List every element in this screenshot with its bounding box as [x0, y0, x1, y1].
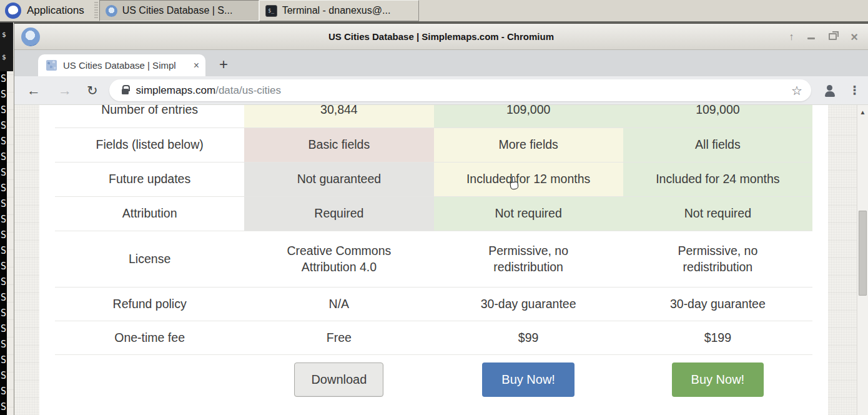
- page-scrollbar[interactable]: ▲: [857, 105, 868, 415]
- browser-window: US Cities Database | Simplemaps.com - Ch…: [14, 22, 868, 415]
- screen: Applications US Cities Database | S... $…: [0, 0, 868, 415]
- minimize-window-button[interactable]: [807, 38, 815, 39]
- row-cell-free: Basic fields: [244, 128, 433, 162]
- row-cell-free: 30,844: [244, 105, 433, 128]
- applications-menu-icon: [5, 2, 21, 19]
- button-cell-empty: [55, 355, 244, 414]
- row-label: Attribution: [55, 197, 244, 231]
- bookmark-star-icon[interactable]: ☆: [791, 83, 802, 98]
- scrollbar-thumb[interactable]: [859, 211, 867, 296]
- new-tab-button[interactable]: +: [219, 57, 228, 72]
- download-button[interactable]: Download: [294, 362, 383, 397]
- taskbar-task-browser[interactable]: US Cities Database | S...: [99, 0, 259, 21]
- chromium-icon: [106, 5, 117, 17]
- row-cell-basic: Not required: [434, 197, 623, 231]
- pricing-table: Number of entries 30,844 109,000 109,000…: [55, 105, 812, 414]
- table-row: Attribution Required Not required Not re…: [55, 197, 812, 231]
- row-cell-comprehensive: Included for 24 months: [623, 162, 812, 196]
- row-label: License: [55, 231, 244, 287]
- browser-tab-active[interactable]: US Cities Database | Simpl ×: [38, 54, 205, 76]
- row-label: Fields (listed below): [55, 128, 244, 162]
- row-label: Number of entries: [55, 105, 244, 128]
- window-title: US Cities Database | Simplemaps.com - Ch…: [14, 31, 868, 42]
- taskbar-task-terminal[interactable]: $_ Terminal - dnanexus@...: [259, 0, 419, 21]
- table-row: Future updates Not guaranteed Included f…: [55, 162, 812, 197]
- row-cell-comprehensive: 109,000: [623, 105, 812, 128]
- browser-toolbar: ← → ↻ simplemaps.com /data/us-cities ☆ ⋮: [14, 76, 868, 105]
- terminal-text-column: S S S S S S S S S S S S S S S S S S S S …: [0, 71, 7, 415]
- window-controls: ↑ ×: [789, 31, 858, 42]
- back-icon[interactable]: ←: [27, 82, 41, 99]
- shade-window-button[interactable]: ↑: [789, 31, 794, 42]
- table-row: License Creative Commons Attribution 4.0…: [55, 231, 812, 288]
- taskbar-handle: [94, 2, 98, 19]
- tab-favicon-icon: [46, 60, 57, 71]
- row-cell-free: Free: [244, 321, 433, 354]
- lock-icon[interactable]: [122, 89, 129, 94]
- applications-menu-label: Applications: [27, 4, 84, 17]
- row-cell-basic: Included for 12 months: [434, 162, 623, 196]
- row-cell-free: Required: [244, 197, 433, 231]
- row-cell-free: N/A: [244, 288, 433, 321]
- terminal-icon: $_: [265, 5, 277, 17]
- tab-close-icon[interactable]: ×: [194, 60, 199, 71]
- table-row: One-time fee Free $99 $199: [55, 321, 812, 355]
- row-cell-basic: Permissive, no redistribution: [434, 231, 623, 287]
- menu-dots-icon[interactable]: ⋮: [849, 83, 861, 98]
- scrollbar-up-arrow-icon[interactable]: ▲: [857, 109, 868, 116]
- profile-icon[interactable]: [824, 85, 836, 96]
- row-label: Future updates: [55, 162, 244, 196]
- url-domain: simplemaps.com: [136, 84, 216, 97]
- row-cell-basic: More fields: [434, 128, 623, 162]
- close-window-button[interactable]: ×: [851, 31, 858, 42]
- page-content: Number of entries 30,844 109,000 109,000…: [14, 105, 868, 415]
- table-row: Number of entries 30,844 109,000 109,000: [55, 105, 812, 128]
- row-cell-free: Creative Commons Attribution 4.0: [244, 231, 433, 287]
- row-label: One-time fee: [55, 321, 244, 354]
- row-cell-basic: 109,000: [434, 105, 623, 128]
- url-path: /data/us-cities: [215, 84, 281, 97]
- table-row: Fields (listed below) Basic fields More …: [55, 128, 812, 162]
- row-cell-comprehensive: 30-day guarantee: [623, 288, 812, 321]
- row-cell-basic: 30-day guarantee: [434, 288, 623, 321]
- desktop-taskbar: Applications US Cities Database | S... $…: [0, 0, 868, 22]
- window-titlebar[interactable]: US Cities Database | Simplemaps.com - Ch…: [14, 24, 868, 50]
- row-cell-comprehensive: $199: [623, 321, 812, 354]
- pricing-table-card: Number of entries 30,844 109,000 109,000…: [39, 105, 828, 415]
- maximize-window-button[interactable]: [829, 33, 837, 40]
- taskbar-task-terminal-label: Terminal - dnanexus@...: [282, 5, 391, 16]
- table-row: Refund policy N/A 30-day guarantee 30-da…: [55, 288, 812, 321]
- buy-now-button-199[interactable]: Buy Now!: [672, 362, 764, 397]
- address-bar[interactable]: simplemaps.com /data/us-cities ☆: [109, 79, 811, 101]
- chromium-window-icon: [21, 28, 40, 46]
- row-cell-comprehensive: Permissive, no redistribution: [623, 231, 812, 287]
- table-buttons-row: Download Buy Now! Buy Now!: [55, 355, 812, 414]
- row-label: Refund policy: [55, 288, 244, 321]
- reload-icon[interactable]: ↻: [87, 83, 98, 98]
- applications-menu-button[interactable]: Applications: [0, 0, 93, 21]
- row-cell-comprehensive: All fields: [623, 128, 812, 162]
- row-cell-comprehensive: Not required: [623, 197, 812, 231]
- browser-tab-strip: US Cities Database | Simpl × +: [14, 50, 868, 76]
- tab-title: US Cities Database | Simpl: [63, 60, 187, 71]
- row-cell-free: Not guaranteed: [244, 162, 433, 196]
- taskbar-task-browser-label: US Cities Database | S...: [122, 5, 233, 16]
- terminal-window-fragment[interactable]: $ $: [0, 22, 13, 71]
- forward-icon[interactable]: →: [58, 82, 72, 99]
- buy-now-button-99[interactable]: Buy Now!: [482, 362, 575, 397]
- row-cell-basic: $99: [434, 321, 623, 354]
